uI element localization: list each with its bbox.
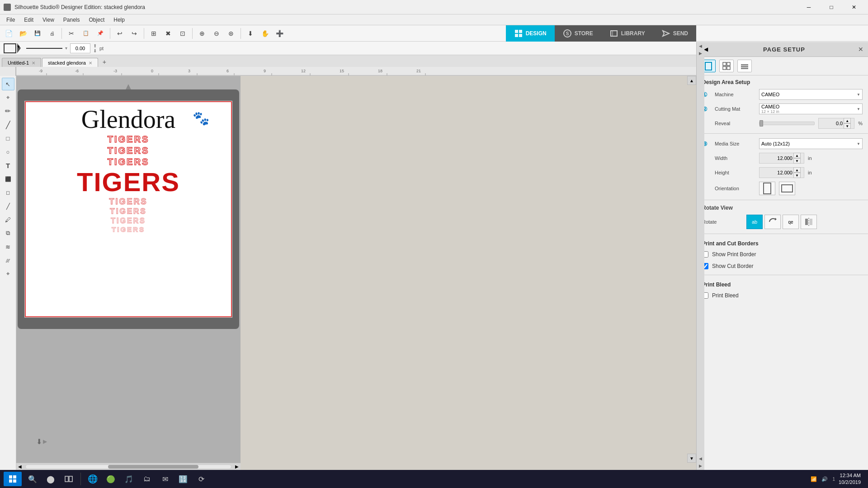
tab-untitled-1[interactable]: Untitled-1 ✕ xyxy=(2,58,41,67)
crop-button[interactable]: ➕ xyxy=(273,27,286,40)
tab-stacked-glendora-close[interactable]: ✕ xyxy=(89,61,92,66)
scroll-up-arrow[interactable]: ▲ xyxy=(687,76,696,85)
rotate-ab-button[interactable]: ab xyxy=(746,215,763,229)
rotate-90-button[interactable] xyxy=(764,215,781,229)
tool-text[interactable]: T xyxy=(2,159,14,172)
media-size-dropdown[interactable]: Auto (12x12) ▼ xyxy=(759,138,863,149)
reveal-slider[interactable] xyxy=(759,122,815,125)
tool-trace[interactable]: ⧉ xyxy=(2,227,14,239)
cut-button[interactable]: ✂ xyxy=(65,27,78,40)
tool-draw-ellipse[interactable]: ○ xyxy=(2,145,14,158)
tab-add-button[interactable]: + xyxy=(99,56,110,67)
mail-button[interactable]: ✉ xyxy=(158,472,172,486)
canvas-scroll-down[interactable]: ⬇ ▶ xyxy=(33,435,51,448)
panel-edge-1[interactable]: ◀ xyxy=(699,44,702,48)
pan-button[interactable]: ✋ xyxy=(258,27,272,40)
select-all-button[interactable]: ⊞ xyxy=(147,27,160,40)
stroke-color-arrow[interactable]: ▾ xyxy=(17,43,24,53)
reveal-down[interactable]: ▼ xyxy=(844,123,851,129)
scroll-right-button[interactable]: ▶ xyxy=(233,464,241,469)
silhouette-taskbar-button[interactable]: ⟳ xyxy=(194,472,208,486)
panel-edge-4[interactable]: ▶ xyxy=(699,464,702,468)
landscape-button[interactable] xyxy=(779,182,795,195)
print-button[interactable]: 🖨 xyxy=(45,27,59,40)
reveal-thumb[interactable] xyxy=(760,120,763,127)
tool-fill[interactable]: ⬛ xyxy=(2,173,14,185)
group-button[interactable]: ⊡ xyxy=(176,27,189,40)
tool-knife2[interactable]: ⫻ xyxy=(2,254,14,267)
portrait-button[interactable] xyxy=(759,182,775,195)
tool-knife[interactable]: ╱ xyxy=(2,200,14,212)
ie-button[interactable]: 🌐 xyxy=(85,472,100,486)
minimize-button[interactable]: ─ xyxy=(798,0,819,14)
height-up[interactable]: ▲ xyxy=(793,167,801,173)
tool-draw-rectangle[interactable]: □ xyxy=(2,132,14,145)
task-view-button[interactable] xyxy=(61,472,76,486)
line-spin[interactable]: ⬆⬇ xyxy=(93,43,97,53)
scroll-left-button[interactable]: ◀ xyxy=(16,464,24,469)
rotate-mirror-button[interactable] xyxy=(801,215,817,229)
delete-button[interactable]: ✖ xyxy=(161,27,175,40)
tab-stacked-glendora[interactable]: stacked glendora ✕ xyxy=(42,58,98,67)
width-input[interactable] xyxy=(760,155,793,161)
explorer-button[interactable]: 🗂 xyxy=(140,472,154,486)
tool-warp[interactable]: ≋ xyxy=(2,240,14,253)
save-button[interactable]: 💾 xyxy=(31,27,44,40)
move-down-button[interactable]: ⬇ xyxy=(244,27,257,40)
menu-object[interactable]: Object xyxy=(85,16,109,24)
show-print-border-label[interactable]: Show Print Border xyxy=(712,251,756,258)
tab-send[interactable]: SEND xyxy=(653,25,696,42)
tool-eraser[interactable]: ◻ xyxy=(2,186,14,199)
width-up[interactable]: ▲ xyxy=(793,153,801,158)
copy-button[interactable]: 📋 xyxy=(79,27,93,40)
line-width-input[interactable]: 0.00 xyxy=(70,43,90,53)
menu-file[interactable]: File xyxy=(2,16,19,24)
tab-store[interactable]: S STORE xyxy=(555,25,601,42)
height-input[interactable] xyxy=(760,170,793,175)
height-spin[interactable]: ▲ ▼ xyxy=(793,167,801,178)
print-bleed-label[interactable]: Print Bleed xyxy=(712,292,739,299)
menu-edit[interactable]: Edit xyxy=(19,16,38,24)
tab-design[interactable]: DESIGN xyxy=(506,25,555,42)
reveal-up[interactable]: ▲ xyxy=(844,118,851,123)
width-spin[interactable]: ▲ ▼ xyxy=(793,153,801,164)
machine-dropdown[interactable]: CAMEO ▼ xyxy=(759,89,863,100)
redo-button[interactable]: ↪ xyxy=(127,27,141,40)
winamp-button[interactable]: 🎵 xyxy=(122,472,136,486)
undo-button[interactable]: ↩ xyxy=(113,27,127,40)
panel-tab-grid[interactable] xyxy=(719,60,734,72)
panel-close-button[interactable]: ✕ xyxy=(858,46,863,53)
open-button[interactable]: 📂 xyxy=(16,27,30,40)
width-down[interactable]: ▼ xyxy=(793,158,801,164)
rotate-text-button[interactable]: qe xyxy=(783,215,799,229)
sound-icon[interactable]: 🔊 xyxy=(821,476,828,482)
new-button[interactable]: 📄 xyxy=(2,27,15,40)
zoom-fit-button[interactable]: ⊛ xyxy=(224,27,238,40)
cortana-button[interactable]: ⬤ xyxy=(43,472,58,486)
reveal-spin[interactable]: ▲ ▼ xyxy=(844,118,851,129)
line-arrow-down[interactable]: ▾ xyxy=(65,46,67,51)
stroke-color-picker[interactable] xyxy=(4,43,16,53)
menu-panels[interactable]: Panels xyxy=(59,16,85,24)
tool-draw-line[interactable]: ╱ xyxy=(2,118,14,131)
chrome-button[interactable]: 🟢 xyxy=(104,472,118,486)
tool-node-edit[interactable]: ⌖ xyxy=(2,91,14,104)
tab-untitled-1-close[interactable]: ✕ xyxy=(32,61,35,66)
reveal-input[interactable] xyxy=(819,121,844,126)
height-down[interactable]: ▼ xyxy=(793,173,801,178)
menu-view[interactable]: View xyxy=(38,16,59,24)
paste-button[interactable]: 📌 xyxy=(94,27,107,40)
zoom-out-button[interactable]: ⊖ xyxy=(210,27,223,40)
tool-draw-freehand[interactable]: ✏ xyxy=(2,105,14,117)
tool-select[interactable]: ↖ xyxy=(2,78,14,90)
show-cut-border-label[interactable]: Show Cut Border xyxy=(712,263,753,269)
scroll-thumb[interactable] xyxy=(108,465,198,469)
start-button[interactable] xyxy=(4,472,22,486)
maximize-button[interactable]: □ xyxy=(821,0,842,14)
cutting-mat-dropdown[interactable]: CAMEO 12 × 12 in ▼ xyxy=(759,103,863,114)
menu-help[interactable]: Help xyxy=(109,16,129,24)
tool-unknown[interactable]: ⌖ xyxy=(2,267,14,280)
calc-button[interactable]: 🔢 xyxy=(176,472,190,486)
zoom-in-button[interactable]: ⊕ xyxy=(195,27,209,40)
tab-library[interactable]: LIBRARY xyxy=(601,25,653,42)
